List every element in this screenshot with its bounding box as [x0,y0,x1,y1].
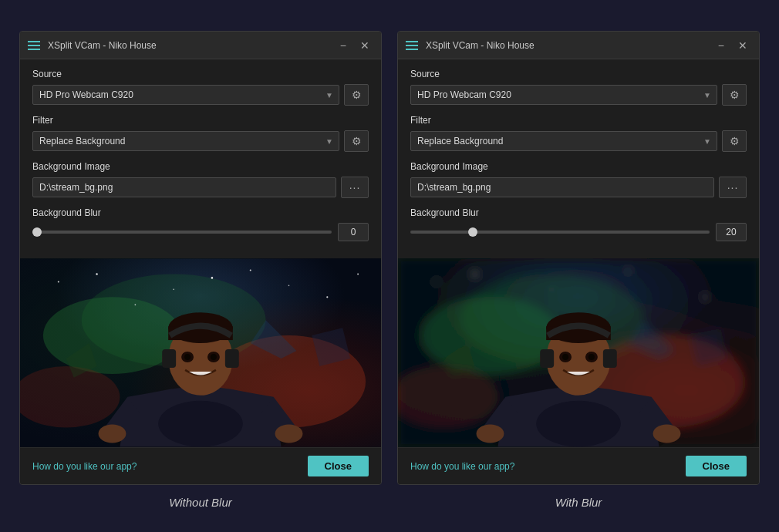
title-bar-left: XSplit VCam - Niko House − ✕ [20,32,381,59]
panel-footer-right: How do you like our app? Close [398,447,759,484]
bg-image-row-left: ··· [32,177,369,198]
filter-label-right: Filter [410,115,747,126]
blur-slider-right[interactable] [410,231,710,234]
svg-point-9 [96,273,97,274]
bg-image-row-right: ··· [410,177,747,198]
window-title-right: XSplit VCam - Niko House [426,40,714,51]
svg-point-35 [275,425,303,443]
blur-label-right: Background Blur [410,207,747,218]
blur-row-right: Background Blur 20 [410,207,747,241]
minimize-button-left[interactable]: − [336,39,350,52]
svg-point-8 [58,281,59,282]
filter-label-left: Filter [32,115,369,126]
panel-no-blur: XSplit VCam - Niko House − ✕ Source HD P… [19,31,382,485]
svg-point-66 [477,425,504,443]
caption-with-blur: With Blur [397,496,760,509]
bg-image-label-right: Background Image [410,161,747,172]
source-select-wrap-left: HD Pro Webcam C920 ▼ [32,85,339,105]
preview-bg-left [20,258,381,447]
svg-point-13 [134,304,136,305]
source-select-right[interactable]: HD Pro Webcam C920 [410,85,717,105]
svg-point-53 [536,401,621,447]
svg-rect-28 [162,349,176,368]
caption-no-blur: Without Blur [19,496,382,509]
captions-row: Without Blur With Blur [0,485,779,517]
panels-container: XSplit VCam - Niko House − ✕ Source HD P… [4,15,775,485]
filter-gear-left[interactable]: ⚙ [344,130,369,152]
bg-image-input-right[interactable] [410,177,714,197]
svg-point-12 [326,296,328,298]
blur-slider-left[interactable] [32,231,332,234]
svg-point-11 [250,269,251,271]
filter-gear-right[interactable]: ⚙ [722,130,747,152]
svg-point-46 [551,289,552,291]
title-bar-right: XSplit VCam - Niko House − ✕ [398,32,759,59]
close-button-left[interactable]: ✕ [356,39,373,52]
svg-point-48 [704,296,706,298]
blur-slider-row-left: 0 [32,223,369,241]
bg-image-input-left[interactable] [32,177,336,197]
svg-rect-60 [540,349,554,368]
svg-point-44 [436,281,437,282]
blur-value-left: 0 [338,223,369,241]
bg-image-label-left: Background Image [32,161,369,172]
blur-value-right: 20 [716,223,747,241]
svg-point-14 [211,277,214,279]
source-label-right: Source [410,69,747,79]
preview-area-left [20,258,381,447]
menu-icon[interactable] [28,41,40,50]
panel-footer-left: How do you like our app? Close [20,447,381,484]
source-row-right: HD Pro Webcam C920 ▼ ⚙ [410,84,747,106]
bg-image-dots-left[interactable]: ··· [341,177,369,198]
source-row-left: HD Pro Webcam C920 ▼ ⚙ [32,84,369,106]
menu-icon-right[interactable] [406,41,418,50]
filter-row-left: Replace Background ▼ ⚙ [32,130,369,152]
panel-body-right: Source HD Pro Webcam C920 ▼ ⚙ Filter Rep… [398,59,759,258]
panel-with-blur: XSplit VCam - Niko House − ✕ Source HD P… [397,31,760,485]
preview-area-right [398,258,759,447]
filter-select-right[interactable]: Replace Background [410,131,717,151]
preview-bg-right [398,258,759,447]
svg-rect-61 [603,349,617,368]
window-controls-right: − ✕ [714,39,751,52]
svg-point-10 [173,289,174,291]
close-btn-right[interactable]: Close [686,456,747,476]
svg-point-21 [158,401,243,447]
source-label-left: Source [32,69,369,79]
close-button-right[interactable]: ✕ [734,39,751,52]
filter-select-wrap-left: Replace Background ▼ [32,131,339,151]
filter-row-right: Replace Background ▼ ⚙ [410,130,747,152]
svg-point-65 [588,354,595,360]
feedback-link-left[interactable]: How do you like our app? [32,461,137,472]
feedback-link-right[interactable]: How do you like our app? [410,461,514,472]
source-gear-right[interactable]: ⚙ [722,84,747,106]
filter-select-wrap-right: Replace Background ▼ [410,131,717,151]
svg-point-15 [288,285,290,287]
svg-point-16 [357,273,359,274]
source-gear-left[interactable]: ⚙ [344,84,369,106]
blur-slider-row-right: 20 [410,223,747,241]
svg-point-67 [653,425,681,443]
panel-body-left: Source HD Pro Webcam C920 ▼ ⚙ Filter Rep… [20,59,381,258]
bg-image-dots-right[interactable]: ··· [719,177,747,198]
window-title-left: XSplit VCam - Niko House [48,40,336,51]
svg-point-32 [184,354,191,360]
svg-point-34 [99,425,126,443]
source-select-wrap-right: HD Pro Webcam C920 ▼ [410,85,717,105]
svg-rect-29 [225,349,239,368]
filter-select-left[interactable]: Replace Background [32,131,339,151]
close-btn-left[interactable]: Close [308,456,369,476]
blur-label-left: Background Blur [32,207,369,218]
blur-row-left: Background Blur 0 [32,207,369,241]
svg-point-47 [628,269,629,271]
svg-point-64 [562,354,568,360]
source-select-left[interactable]: HD Pro Webcam C920 [32,85,339,105]
svg-point-45 [474,273,475,274]
minimize-button-right[interactable]: − [714,39,728,52]
svg-point-33 [211,354,217,360]
window-controls-left: − ✕ [336,39,373,52]
